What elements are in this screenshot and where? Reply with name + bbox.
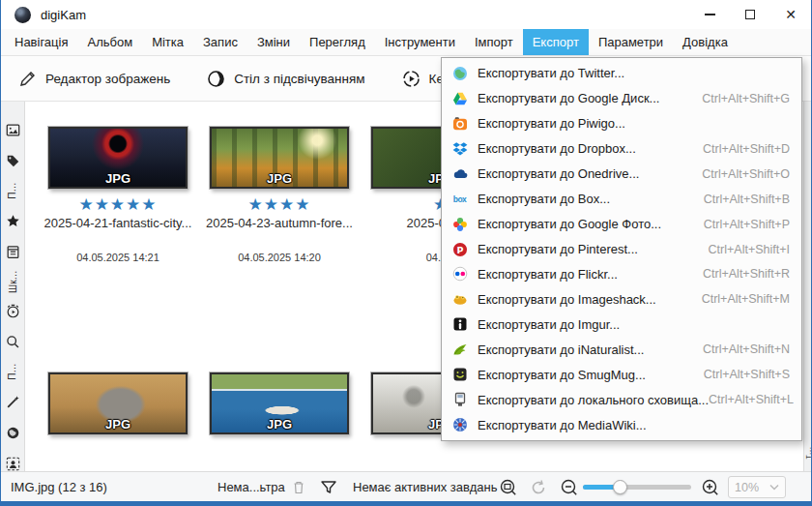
light-table-label: Стіл з підсвічуванням xyxy=(234,72,364,86)
dates-tab-icon[interactable] xyxy=(5,245,21,259)
statusbar: IMG.jpg (12 з 16) Нема...ьтра Немає акти… xyxy=(1,471,811,501)
zoom-in-button[interactable] xyxy=(701,472,720,502)
inaturalist-icon xyxy=(451,342,468,358)
refresh-icon xyxy=(529,478,548,497)
menu-item-export-flickr[interactable]: Експортувати до Flickr... Ctrl+Alt+Shift… xyxy=(442,262,801,287)
menu-navigation[interactable]: Навігація xyxy=(5,29,77,55)
dropbox-icon xyxy=(451,140,468,157)
zoom-fit-button[interactable] xyxy=(499,472,518,502)
menu-item-export-onedrive[interactable]: Експортувати до Onedrive... Ctrl+Alt+Shi… xyxy=(442,162,801,187)
image-editor-button[interactable]: Редактор зображень xyxy=(18,70,170,88)
menu-item-export-imageshack[interactable]: Експортувати до Imageshack... Ctrl+Alt+S… xyxy=(442,286,801,312)
google-photos-icon xyxy=(451,216,468,232)
export-dropdown-menu: Експортувати до Twitter... Експортувати … xyxy=(441,57,802,441)
menu-view[interactable]: Перегляд xyxy=(300,29,375,55)
digikam-logo-icon xyxy=(14,7,31,23)
zoom-slider[interactable] xyxy=(583,485,691,490)
chevron-down-icon xyxy=(769,484,779,491)
sketch-wand-tab-icon[interactable] xyxy=(5,395,21,409)
local-storage-icon xyxy=(451,392,468,408)
photo-card[interactable]: JPG ★★★★★ 2025-04-21-fantastic-city... 0… xyxy=(38,127,198,263)
photo-date: 04.05.2025 14:21 xyxy=(38,252,198,263)
pinterest-icon: P xyxy=(451,241,468,257)
thumbnail-autumn-forest[interactable]: JPG xyxy=(210,127,349,189)
menu-item-export-twitter[interactable]: Експортувати до Twitter... xyxy=(442,61,801,86)
labels-tab[interactable]: П… xyxy=(7,183,18,199)
timer-tab-icon[interactable] xyxy=(5,304,21,318)
thumbnail-eclipse-city[interactable]: JPG xyxy=(48,127,188,189)
menu-item-export-piwigo[interactable]: Експортувати до Piwigo... xyxy=(442,111,801,136)
map-globe-tab-icon[interactable] xyxy=(5,426,21,440)
menu-import[interactable]: Імпорт xyxy=(465,29,523,55)
zoom-level-value: 10% xyxy=(735,481,759,494)
menu-export[interactable]: Експорт xyxy=(523,29,589,55)
queue-manager-icon xyxy=(402,70,420,88)
menu-settings[interactable]: Параметри xyxy=(589,29,673,55)
zoom-100-button[interactable] xyxy=(529,472,548,502)
smugmug-icon xyxy=(451,367,468,383)
maximize-icon xyxy=(745,10,755,19)
menu-item-export-smugmug[interactable]: Експортувати до SmugMug... Ctrl+Alt+Shif… xyxy=(442,362,801,387)
menu-edit[interactable]: Зміни xyxy=(247,29,300,55)
rating-stars[interactable]: ★★★★ xyxy=(199,195,360,215)
svg-text:P: P xyxy=(456,244,463,254)
photo-card[interactable]: JPG ★★★★ 2025-04-23-autumn-fore... 04.05… xyxy=(199,127,360,263)
imageshack-frog-icon xyxy=(451,291,468,308)
timeline-tab[interactable]: Шк… xyxy=(7,270,18,293)
menu-item-export-local-storage[interactable]: Експортувати до локального сховища... Ct… xyxy=(442,387,801,412)
rating-stars[interactable]: ★★★★★ xyxy=(38,195,198,215)
right-sidebar-strip[interactable]: т… xyxy=(803,102,811,471)
right-sidebar-tab[interactable]: т… xyxy=(803,446,812,459)
tags-tab-icon[interactable] xyxy=(5,154,21,168)
star-tab-icon[interactable] xyxy=(5,214,21,228)
menu-item-export-imgur[interactable]: Експортувати до Imgur... xyxy=(442,312,801,337)
close-button[interactable]: ✕ xyxy=(770,0,811,29)
zoom-level-combobox[interactable]: 10% xyxy=(728,476,786,498)
photo-card[interactable]: JPG xyxy=(199,372,360,434)
menubar: Навігація Альбом Мітка Запис Зміни Перег… xyxy=(1,29,811,56)
people-tab-icon[interactable] xyxy=(5,457,21,471)
twitter-icon xyxy=(451,65,468,81)
menu-item-export-google-photos[interactable]: Експортувати до Google Фото... Ctrl+Alt+… xyxy=(442,212,801,237)
photo-card[interactable]: JPG xyxy=(38,372,198,434)
filter-button[interactable] xyxy=(320,472,337,502)
photo-filename: 2025-04-23-autumn-fore... xyxy=(199,216,360,230)
photo-date: 04.05.2025 14:20 xyxy=(199,252,360,263)
tasks-status: Немає активних завдань xyxy=(353,472,498,502)
menu-item-export-pinterest[interactable]: P Експортувати до Pinterest... Ctrl+Alt+… xyxy=(442,237,801,262)
menu-item-export-mediawiki[interactable]: Експортувати до MediaWiki... xyxy=(442,412,801,437)
search-tab-icon[interactable] xyxy=(5,335,21,349)
trash-icon xyxy=(291,479,306,495)
box-icon: box xyxy=(451,191,468,207)
zoom-out-button[interactable] xyxy=(560,472,579,502)
zoom-slider-handle[interactable] xyxy=(613,480,627,494)
thumbnail-boat[interactable]: JPG xyxy=(210,372,349,434)
menu-item-export-dropbox[interactable]: Експортувати до Dropbox... Ctrl+Alt+Shif… xyxy=(442,136,801,162)
albums-tab-icon[interactable] xyxy=(5,123,21,137)
minimize-button[interactable] xyxy=(689,0,730,29)
funnel-icon xyxy=(320,479,337,495)
menu-tools[interactable]: Інструменти xyxy=(375,29,465,55)
menu-item-export-inaturalist[interactable]: Експортувати до iNaturalist... Ctrl+Alt+… xyxy=(442,337,801,362)
light-table-icon xyxy=(207,70,225,88)
pencil-icon xyxy=(18,70,37,88)
menu-tag[interactable]: Мітка xyxy=(142,29,193,55)
flickr-icon xyxy=(451,266,468,283)
menu-item-entry[interactable]: Запис xyxy=(193,29,247,55)
thumbnail-elephant[interactable]: JPG xyxy=(48,372,188,434)
format-badge: JPG xyxy=(50,417,186,432)
photo-filename: 2025-04-21-fantastic-city... xyxy=(38,216,198,230)
filter-status: Нема...ьтра xyxy=(218,472,285,502)
menu-help[interactable]: Довідка xyxy=(673,29,738,55)
menu-item-export-google-drive[interactable]: Експортувати до Google Диск... Ctrl+Alt+… xyxy=(442,86,801,111)
light-table-button[interactable]: Стіл з підсвічуванням xyxy=(207,70,364,88)
similarity-tab[interactable]: П… xyxy=(7,364,18,380)
zoom-fit-icon xyxy=(499,478,518,497)
menu-item-export-box[interactable]: box Експортувати до Box... Ctrl+Alt+Shif… xyxy=(442,187,801,212)
trash-button[interactable] xyxy=(291,472,306,502)
onedrive-icon xyxy=(451,165,468,182)
minimize-icon xyxy=(705,14,715,15)
selection-status: IMG.jpg (12 з 16) xyxy=(11,472,107,502)
maximize-button[interactable] xyxy=(730,0,770,29)
menu-album[interactable]: Альбом xyxy=(77,29,142,55)
